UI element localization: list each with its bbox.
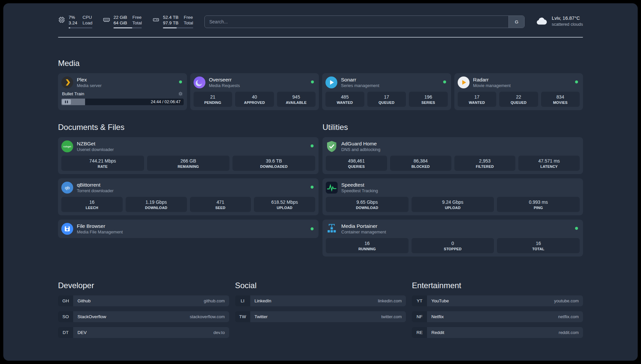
bookmark-youtube[interactable]: YT YouTubeyoutube.com: [412, 295, 583, 306]
search-input[interactable]: [205, 16, 509, 28]
nzbget-icon: nzbget: [61, 140, 73, 152]
service-card-filebrowser[interactable]: File Browser Media File Management: [58, 220, 319, 238]
disk-free-value: 52.4 TB: [163, 15, 178, 20]
status-dot: [443, 80, 446, 83]
bookmark-twitter[interactable]: TW Twittertwitter.com: [235, 311, 406, 322]
disk-total-value: 97.9 TB: [163, 20, 178, 26]
qbittorrent-icon: qb: [61, 182, 73, 194]
stat-ping: 0.993 msPING: [497, 197, 580, 212]
service-card-adguard[interactable]: AdGuard Home DNS and adblocking 498,461Q…: [322, 137, 583, 174]
now-playing-row: Bullet Train: [61, 91, 184, 96]
bookmark-url: netflix.com: [558, 314, 579, 319]
stat-download: 1.19 GbpsDOWNLOAD: [126, 197, 187, 212]
service-card-sonarr[interactable]: Sonarr Series management 485WANTED 17QUE…: [322, 73, 451, 110]
playback-time: 24:44 / 02:06:47: [151, 100, 180, 104]
stat-pending: 21PENDING: [194, 92, 232, 107]
service-title: Overseerr: [209, 76, 240, 83]
stat-blocked: 86,384BLOCKED: [390, 156, 451, 171]
bookmark-dev[interactable]: DT DEVdev.to: [58, 327, 229, 338]
stat-seed: 471SEED: [190, 197, 251, 212]
documents-section: Documents & Files nzbget NZBGet Usenet d…: [58, 123, 319, 257]
sonarr-icon: [325, 76, 337, 88]
service-stats: 21PENDING 40APPROVED 945AVAILABLE: [194, 92, 316, 107]
service-stats: 498,461QUERIES 86,384BLOCKED 2,953FILTER…: [326, 156, 580, 171]
service-card-speedtest[interactable]: Speedtest Speedtest Tracking 9.65 GbpsDO…: [322, 178, 583, 215]
cpu-usage-label: CPU: [82, 15, 92, 20]
playback-progress-bar[interactable]: 24:44 / 02:06:47: [61, 99, 184, 105]
bookmark-abbr: LI: [235, 295, 250, 306]
bookmark-linkedin[interactable]: LI LinkedInlinkedin.com: [235, 295, 406, 306]
service-subtitle: Torrent downloader: [77, 188, 113, 194]
section-title-documents: Documents & Files: [58, 123, 319, 132]
service-stats: 17WANTED 22QUEUED 834MOVIES: [458, 92, 580, 107]
service-card-radarr[interactable]: Radarr Movie management 17WANTED 22QUEUE…: [454, 73, 583, 110]
bookmark-abbr: NF: [412, 311, 427, 322]
service-title: Media Portainer: [341, 223, 386, 229]
bookmarks-section: Developer GH Githubgithub.com SO StackOv…: [58, 281, 583, 356]
search-provider-button[interactable]: G: [508, 16, 524, 28]
filebrowser-icon: [61, 223, 73, 235]
service-title: AdGuard Home: [341, 140, 381, 147]
status-dot: [575, 80, 578, 83]
service-card-plex[interactable]: Plex Media server Bullet Train 24:44 / 0…: [58, 73, 187, 110]
bookmark-stackoverflow[interactable]: SO StackOverflowstackoverflow.com: [58, 311, 229, 322]
stat-approved: 40APPROVED: [235, 92, 274, 107]
status-dot: [575, 227, 578, 230]
service-subtitle: Media server: [77, 83, 102, 88]
bookmark-url: youtube.com: [554, 298, 579, 303]
memory-widget: 22 GiB Free 64 GiB Total: [103, 15, 142, 28]
service-stats: 744.21 MbpsRATE 266 GBREMAINING 39.6 TBD…: [61, 156, 315, 171]
bookmark-label: Reddit: [431, 330, 444, 335]
stat-leech: 16LEECH: [61, 197, 123, 212]
service-subtitle: Media Requests: [209, 83, 240, 88]
status-dot: [311, 144, 314, 147]
service-subtitle: Usenet downloader: [77, 147, 114, 152]
svg-text:nzbget: nzbget: [63, 145, 72, 148]
cpu-widget: 7% CPU 3.24 Load: [58, 15, 92, 28]
bookmark-label: Twitter: [255, 314, 268, 319]
bookmark-group-title: Social: [235, 281, 406, 290]
service-stats: 485WANTED 17QUEUED 196SERIES: [325, 92, 448, 107]
stat-queued: 17QUEUED: [367, 92, 406, 107]
bookmark-label: YouTube: [431, 298, 449, 303]
bookmark-abbr: YT: [412, 295, 427, 306]
bookmark-group-developer: Developer GH Githubgithub.com SO StackOv…: [58, 281, 229, 343]
bookmark-url: stackoverflow.com: [190, 314, 225, 319]
weather-widget: Lviv, 16.87°C scattered clouds: [536, 15, 583, 27]
stat-wanted: 17WANTED: [458, 92, 497, 107]
bookmark-abbr: RE: [412, 327, 427, 338]
media-section: Plex Media server Bullet Train 24:44 / 0…: [58, 73, 583, 110]
bookmark-netflix[interactable]: NF Netflixnetflix.com: [412, 311, 583, 322]
memory-free-label: Free: [133, 15, 142, 20]
svg-text:qb: qb: [65, 185, 70, 190]
service-card-qbittorrent[interactable]: qb qBittorrent Torrent downloader 16LEEC…: [58, 178, 319, 215]
bookmark-abbr: TW: [235, 311, 250, 322]
disk-icon: [152, 16, 160, 28]
section-title-utilities: Utilities: [322, 123, 583, 132]
bookmark-url: twitter.com: [381, 314, 402, 319]
pause-button[interactable]: [62, 99, 71, 105]
disk-usage-bar: [163, 27, 193, 28]
service-title: Speedtest: [341, 182, 378, 188]
bookmark-github[interactable]: GH Githubgithub.com: [58, 295, 229, 306]
gear-icon[interactable]: [178, 91, 183, 96]
stat-total: 16TOTAL: [497, 238, 580, 253]
bookmark-reddit[interactable]: RE Redditreddit.com: [412, 327, 583, 338]
service-card-portainer[interactable]: Media Portainer Container management 16R…: [322, 220, 583, 257]
service-card-overseerr[interactable]: Overseerr Media Requests 21PENDING 40APP…: [190, 73, 319, 110]
service-title: NZBGet: [77, 140, 114, 147]
bookmark-label: DEV: [77, 330, 87, 335]
dashboard: 7% CPU 3.24 Load 22 GiB: [3, 3, 638, 361]
disk-total-label: Total: [184, 20, 193, 26]
overseerr-icon: [194, 76, 205, 88]
stat-remaining: 266 GBREMAINING: [147, 156, 230, 171]
stat-stopped: 0STOPPED: [412, 238, 494, 253]
bookmark-group-social: Social LI LinkedInlinkedin.com TW Twitte…: [235, 281, 406, 343]
cpu-usage-value: 7%: [69, 15, 77, 20]
bookmark-url: linkedin.com: [378, 298, 402, 303]
bookmark-label: StackOverflow: [77, 314, 106, 319]
service-card-nzbget[interactable]: nzbget NZBGet Usenet downloader 744.21 M…: [58, 137, 319, 174]
stat-available: 945AVAILABLE: [277, 92, 316, 107]
stat-queued: 22QUEUED: [499, 92, 538, 107]
service-subtitle: Movie management: [473, 83, 511, 88]
